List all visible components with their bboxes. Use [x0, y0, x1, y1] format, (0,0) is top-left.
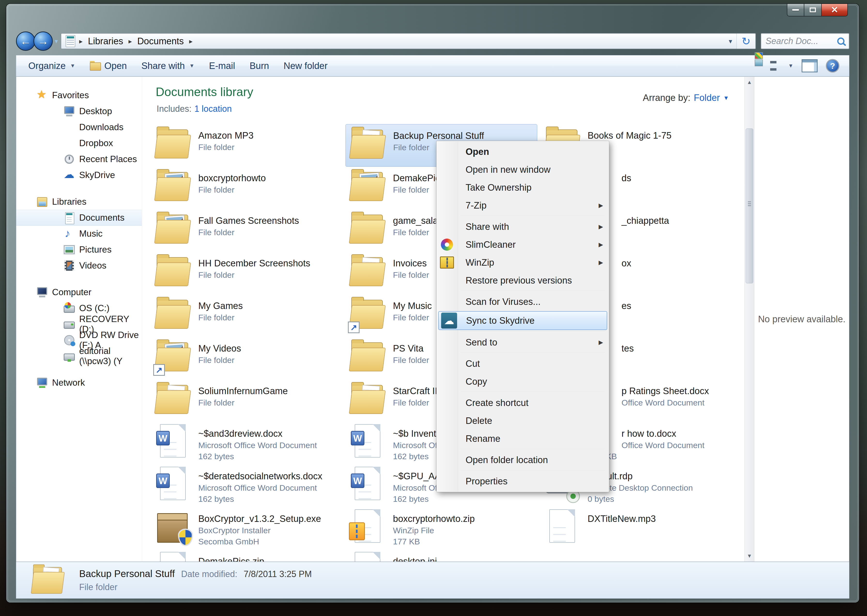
file-tile[interactable]: ↗ ~$deratedsocialnetworks.docx Microsoft… [151, 465, 343, 508]
file-tile[interactable]: ↗ boxcryptorhowto.zip WinZip File 177 KB [345, 508, 537, 550]
sidebar-item[interactable]: Recent Places [16, 151, 142, 167]
share-with-button[interactable]: Share with▼ [134, 57, 202, 74]
sidebar-item[interactable]: Music [16, 226, 142, 242]
close-icon: ✕ [831, 5, 838, 15]
file-tile[interactable]: ↗ ~$and3dreview.docx Microsoft Office Wo… [151, 422, 343, 465]
scrollbar-thumb[interactable] [746, 129, 753, 283]
file-name: BoxCryptor_v1.3.2_Setup.exe [198, 514, 321, 524]
context-menu-item[interactable]: Open in new window [437, 161, 609, 179]
sidebar-item[interactable]: Documents [16, 210, 142, 226]
search-input[interactable] [766, 36, 826, 46]
burn-button[interactable]: Burn [242, 57, 276, 74]
address-dropdown-icon[interactable]: ▾ [729, 37, 732, 45]
sidebar-section-libraries[interactable]: Libraries [16, 194, 142, 210]
context-menu-item[interactable]: Create shortcut [437, 394, 609, 412]
sidebar-item[interactable]: Desktop [16, 103, 142, 119]
sidebar-item[interactable]: Pictures [16, 242, 142, 258]
sidebar-item-icon [64, 260, 75, 271]
refresh-button[interactable]: ↻ [736, 33, 756, 49]
chevron-down-icon: ▼ [70, 63, 75, 69]
file-type: Microsoft Office Word Document [198, 441, 317, 450]
selected-folder-icon [32, 564, 65, 597]
search-box[interactable] [761, 33, 849, 49]
file-tile[interactable]: ↗ My Games File folder [151, 294, 343, 337]
sidebar-item[interactable]: Dropbox [16, 135, 142, 151]
arrange-by-control[interactable]: Arrange by: Folder ▼ [643, 93, 729, 103]
context-menu-item[interactable]: Sync to Skydrive [438, 311, 607, 330]
breadcrumb-item[interactable]: Documents [136, 35, 185, 47]
context-menu-item[interactable]: Send to [437, 333, 609, 351]
context-menu-item[interactable]: Copy [437, 372, 609, 391]
star-icon [36, 90, 48, 101]
scroll-up-icon[interactable]: ▲ [745, 77, 754, 88]
back-button[interactable]: ← [16, 31, 35, 51]
sidebar-item[interactable]: SkyDrive [16, 167, 142, 183]
libraries-icon [36, 196, 48, 207]
file-type: WinZip File [393, 526, 475, 535]
context-menu-item[interactable]: Rename [437, 430, 609, 448]
context-menu-item[interactable]: WinZip [437, 253, 609, 272]
context-menu-item[interactable]: Restore previous versions [437, 272, 609, 289]
file-tile[interactable]: ↗ desktop.ini [345, 550, 537, 561]
minimize-button[interactable] [787, 4, 804, 16]
context-menu-item[interactable]: Open [437, 143, 609, 161]
maximize-button[interactable] [804, 4, 822, 16]
sidebar-item[interactable]: editorial (\\pcw3) (Y [16, 348, 142, 364]
file-type: File folder [198, 398, 288, 407]
context-menu-item[interactable]: Properties [437, 472, 609, 490]
file-tile[interactable]: ↗ My Videos File folder [151, 337, 343, 380]
sidebar-section-favorites[interactable]: Favorites [16, 87, 142, 103]
file-tile[interactable]: ↗ DemakePics.zip [151, 550, 343, 561]
context-menu: Open Open in new window Take Ownership 7… [436, 141, 609, 492]
file-name: ~$deratedsocialnetworks.docx [198, 471, 322, 481]
file-tile[interactable]: ↗ DXTitleNew.mp3 [540, 508, 732, 550]
views-dropdown-icon[interactable]: ▼ [788, 63, 793, 69]
file-name: Backup Personal Stuff [393, 130, 484, 141]
preview-pane-icon[interactable] [802, 59, 818, 72]
vertical-scrollbar[interactable]: ▲ ▼ [744, 77, 754, 561]
context-menu-item[interactable]: 7-Zip [437, 196, 609, 214]
forward-button[interactable]: → [33, 31, 53, 51]
help-icon[interactable]: ? [826, 59, 839, 72]
address-bar[interactable]: ▸ Libraries ▸ Documents ▸ ▾ [61, 33, 737, 49]
file-type: File folder [198, 228, 299, 237]
organize-button[interactable]: Organize▼ [21, 57, 82, 74]
file-type: File folder [393, 313, 432, 322]
file-name: game_salad [393, 215, 443, 226]
menu-separator [460, 291, 605, 291]
change-view-button[interactable] [755, 59, 779, 72]
context-menu-item[interactable]: Share with [437, 218, 609, 236]
main-area: Favorites Desktop Downloads Dropbox Rece [16, 77, 849, 562]
email-button[interactable]: E-mail [202, 57, 242, 74]
context-menu-item[interactable]: Cut [437, 355, 609, 372]
file-tile[interactable]: ↗ SoliumInfernumGame File folder [151, 380, 343, 422]
context-menu-item[interactable]: Scan for Viruses... [437, 293, 609, 311]
recent-pages-dropdown-icon[interactable]: ▾ [55, 38, 58, 45]
sidebar-section-network[interactable]: Network [16, 375, 142, 391]
file-tile[interactable]: ↗ Fall Games Screenshots File folder [151, 209, 343, 252]
file-name: ~$and3dreview.docx [198, 429, 317, 439]
locations-link[interactable]: 1 location [194, 104, 232, 114]
file-type: Microsoft Office Word Document [198, 483, 322, 493]
file-icon: ↗ [155, 126, 192, 162]
file-tile[interactable]: ↗ HH December Screenshots File folder [151, 252, 343, 294]
scroll-down-icon[interactable]: ▼ [745, 550, 754, 561]
file-tile[interactable]: ↗ BoxCryptor_v1.3.2_Setup.exe BoxCryptor… [151, 508, 343, 550]
file-tile[interactable]: ↗ Amazon MP3 File folder [151, 124, 343, 167]
file-icon: ↗ [350, 253, 386, 290]
file-tile[interactable]: ↗ boxcryptorhowto File folder [151, 167, 343, 209]
open-button[interactable]: Open [82, 57, 134, 74]
date-modified-value: 7/8/2011 3:25 PM [244, 569, 312, 579]
new-folder-button[interactable]: New folder [276, 57, 335, 74]
sidebar-item[interactable]: Downloads [16, 119, 142, 135]
context-menu-item[interactable]: SlimCleaner [437, 236, 609, 253]
file-name: SoliumInfernumGame [198, 386, 288, 396]
breadcrumb-item[interactable]: Libraries [87, 35, 125, 47]
close-button[interactable]: ✕ [822, 4, 848, 16]
shortcut-overlay-icon: ↗ [348, 322, 359, 333]
sidebar-item[interactable]: Videos [16, 258, 142, 273]
context-menu-item[interactable]: Open folder location [437, 451, 609, 469]
sidebar-section-computer[interactable]: Computer [16, 284, 142, 300]
context-menu-item[interactable]: Take Ownership [437, 179, 609, 196]
context-menu-item[interactable]: Delete [437, 412, 609, 430]
